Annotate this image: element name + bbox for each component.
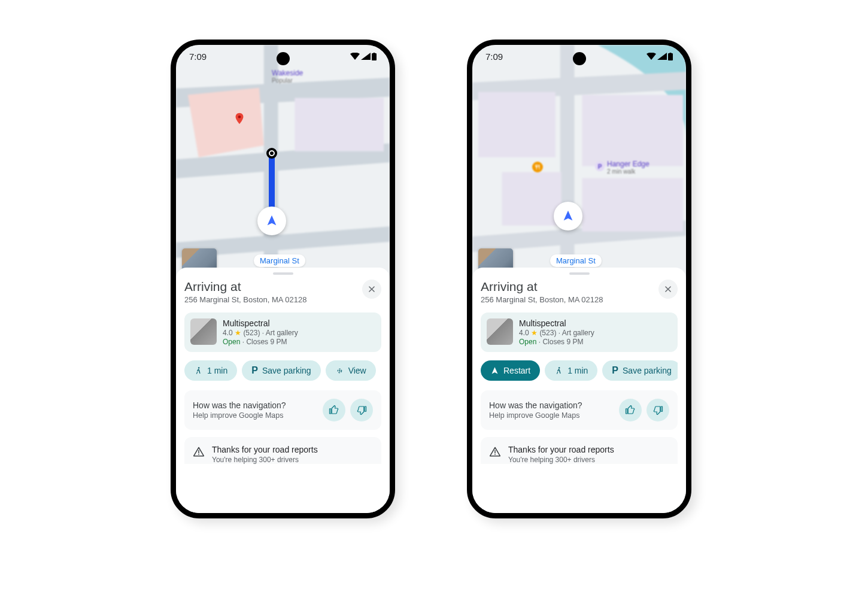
thumbs-up-button[interactable] bbox=[323, 399, 345, 421]
svg-point-17 bbox=[559, 367, 560, 369]
navigation-arrow-icon bbox=[561, 210, 575, 223]
route-end-dot-icon bbox=[266, 148, 277, 159]
place-rating-row: 4.0 ★ (523) · Art gallery bbox=[519, 329, 594, 337]
close-button[interactable] bbox=[362, 280, 381, 299]
status-time: 7:09 bbox=[485, 51, 503, 62]
report-title: Thanks for your road reports bbox=[508, 445, 614, 454]
street-label[interactable]: Marginal St bbox=[550, 254, 602, 267]
status-icons bbox=[350, 53, 377, 60]
current-location-indicator[interactable] bbox=[554, 202, 582, 230]
navigation-arrow-icon bbox=[490, 366, 499, 375]
place-hours: Open · Closes 9 PM bbox=[223, 338, 298, 346]
wifi-icon bbox=[646, 53, 656, 60]
svg-rect-1 bbox=[374, 53, 375, 54]
sheet-drag-handle[interactable] bbox=[569, 272, 590, 275]
action-chips-row: 1 min P Save parking View bbox=[184, 360, 381, 381]
place-hours: Open · Closes 9 PM bbox=[519, 338, 594, 346]
sheet-drag-handle[interactable] bbox=[273, 272, 293, 275]
phone-mockup-right: 7:09 P Hanger Edge 2 min walk Marginal S… bbox=[467, 40, 691, 518]
close-icon bbox=[664, 285, 672, 293]
place-name: Multispectral bbox=[519, 318, 594, 328]
road-report-card[interactable]: Thanks for your road reports You're help… bbox=[184, 437, 381, 464]
thumbs-down-icon bbox=[356, 405, 367, 415]
thumbs-down-button[interactable] bbox=[646, 399, 669, 421]
feedback-subtitle: Help improve Google Maps bbox=[489, 411, 582, 420]
report-title: Thanks for your road reports bbox=[212, 445, 318, 454]
current-location-indicator[interactable] bbox=[257, 207, 286, 235]
feedback-subtitle: Help improve Google Maps bbox=[193, 411, 286, 420]
poi-label-wakeside[interactable]: Wakeside Popular bbox=[272, 69, 303, 84]
star-icon: ★ bbox=[235, 329, 241, 337]
svg-point-7 bbox=[339, 370, 341, 372]
place-name: Multispectral bbox=[223, 318, 298, 328]
street-label[interactable]: Marginal St bbox=[254, 254, 305, 267]
camera-punch-hole bbox=[573, 52, 586, 65]
walk-time-chip[interactable]: 1 min bbox=[184, 360, 237, 381]
place-card[interactable]: Multispectral 4.0 ★ (523) · Art gallery … bbox=[184, 312, 381, 352]
view-360-icon bbox=[335, 366, 344, 375]
walk-time-chip[interactable]: 1 min bbox=[545, 360, 597, 381]
place-thumbnail bbox=[190, 318, 217, 345]
svg-rect-13 bbox=[478, 92, 556, 157]
thumbs-down-icon bbox=[652, 405, 663, 415]
place-card[interactable]: Multispectral 4.0 ★ (523) · Art gallery … bbox=[481, 312, 678, 352]
star-icon: ★ bbox=[531, 329, 538, 337]
close-button[interactable] bbox=[658, 280, 678, 299]
restart-chip[interactable]: Restart bbox=[481, 360, 540, 381]
sheet-address: 256 Marginal St, Boston, MA 02128 bbox=[184, 295, 307, 304]
navigation-arrow-icon bbox=[265, 214, 278, 227]
thumbs-down-button[interactable] bbox=[350, 399, 373, 421]
sheet-title: Arriving at bbox=[481, 280, 603, 294]
thumbs-up-icon bbox=[625, 405, 636, 415]
svg-rect-16 bbox=[582, 178, 683, 231]
feedback-card: How was the navigation? Help improve Goo… bbox=[184, 390, 381, 430]
battery-icon bbox=[668, 53, 673, 60]
warning-triangle-icon bbox=[193, 446, 205, 458]
svg-rect-11 bbox=[670, 53, 672, 54]
battery-icon bbox=[372, 53, 377, 60]
thumbs-up-icon bbox=[329, 405, 339, 415]
signal-icon bbox=[657, 53, 667, 60]
close-icon bbox=[368, 285, 376, 293]
view-chip[interactable]: View bbox=[326, 360, 376, 381]
status-icons bbox=[646, 53, 673, 60]
walk-icon bbox=[194, 366, 203, 375]
camera-punch-hole bbox=[277, 52, 290, 65]
svg-point-4 bbox=[238, 116, 241, 119]
status-time: 7:09 bbox=[189, 51, 207, 62]
svg-rect-0 bbox=[372, 53, 377, 60]
place-rating-row: 4.0 ★ (523) · Art gallery bbox=[223, 329, 298, 337]
wifi-icon bbox=[350, 53, 360, 60]
feedback-title: How was the navigation? bbox=[489, 400, 582, 410]
save-parking-chip[interactable]: P Save parking bbox=[242, 360, 320, 381]
report-subtitle: You're helping 300+ drivers bbox=[508, 456, 614, 464]
place-thumbnail bbox=[487, 318, 513, 345]
svg-rect-14 bbox=[502, 172, 561, 226]
svg-point-9 bbox=[198, 454, 199, 455]
action-chips-row: Restart 1 min P Save parking bbox=[481, 360, 678, 381]
arrival-bottom-sheet[interactable]: Arriving at 256 Marginal St, Boston, MA … bbox=[176, 268, 390, 513]
phone-mockup-left: 7:09 Wakeside Popular Marginal St bbox=[171, 40, 395, 518]
feedback-card: How was the navigation? Help improve Goo… bbox=[481, 390, 678, 430]
save-parking-chip[interactable]: P Save parking bbox=[602, 360, 678, 381]
walk-icon bbox=[554, 366, 563, 375]
thumbs-up-button[interactable] bbox=[619, 399, 642, 421]
poi-label-hanger-edge[interactable]: Hanger Edge 2 min walk bbox=[607, 160, 649, 175]
svg-rect-10 bbox=[668, 53, 673, 60]
report-subtitle: You're helping 300+ drivers bbox=[212, 456, 318, 464]
sheet-title: Arriving at bbox=[184, 280, 307, 294]
sheet-address: 256 Marginal St, Boston, MA 02128 bbox=[481, 295, 603, 304]
destination-pin-icon[interactable] bbox=[233, 112, 246, 125]
arrival-bottom-sheet[interactable]: Arriving at 256 Marginal St, Boston, MA … bbox=[472, 268, 686, 513]
svg-rect-15 bbox=[582, 95, 683, 166]
warning-triangle-icon bbox=[489, 446, 501, 458]
svg-point-19 bbox=[494, 454, 496, 455]
signal-icon bbox=[361, 53, 371, 60]
road-report-card[interactable]: Thanks for your road reports You're help… bbox=[481, 437, 678, 464]
svg-rect-3 bbox=[295, 98, 384, 151]
svg-point-5 bbox=[198, 367, 200, 369]
feedback-title: How was the navigation? bbox=[193, 400, 286, 410]
restaurant-poi-icon[interactable] bbox=[532, 162, 543, 172]
parking-poi-icon[interactable]: P bbox=[595, 162, 605, 171]
